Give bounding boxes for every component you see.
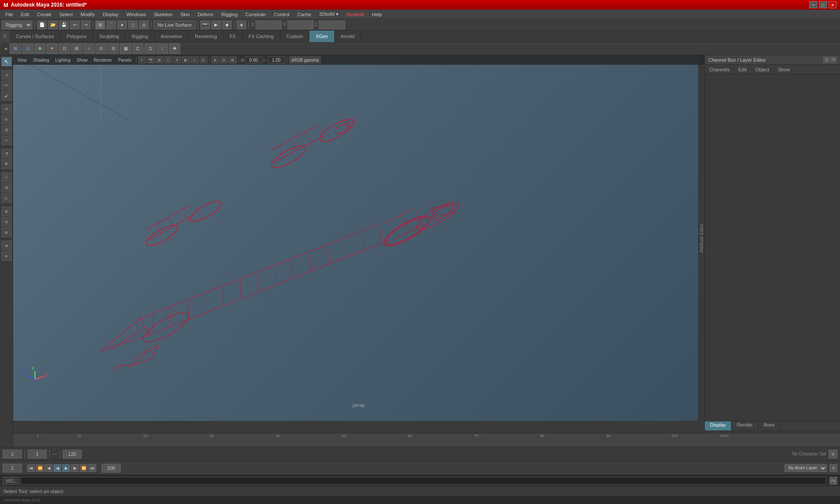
menu-redshift[interactable]: Redshift	[343, 11, 368, 18]
rotate-btn[interactable]: ↻	[1, 115, 12, 124]
anim-layer-btn[interactable]: ⚙	[830, 464, 837, 472]
snap-point-btn[interactable]: ●	[117, 21, 127, 29]
panel-settings-btn[interactable]: ⚙	[830, 57, 836, 63]
pb-anim-end[interactable]	[102, 464, 121, 472]
tab-show[interactable]: Show	[774, 65, 794, 74]
menu-select[interactable]: Select	[56, 11, 77, 18]
undo-btn[interactable]: ↩	[70, 21, 80, 29]
menu-skeleton[interactable]: Skeleton	[150, 11, 176, 18]
coord-z-field[interactable]	[319, 21, 345, 29]
menu-windows[interactable]: Windows	[123, 11, 150, 18]
python-btn[interactable]: Py	[830, 477, 837, 485]
vp-icon-select[interactable]: ↖	[138, 56, 146, 63]
tab-edit[interactable]: Edit	[734, 65, 751, 74]
side-btn-1[interactable]: ⊞	[1, 206, 12, 216]
selection-mask-btn[interactable]: ◈	[237, 21, 246, 29]
tab-sculpting[interactable]: Sculpting	[93, 31, 126, 42]
shelf-btn-6[interactable]: ⊞	[71, 43, 82, 54]
side-btn-5[interactable]: ⊕	[1, 251, 12, 261]
no-live-surface[interactable]: No Live Surface	[154, 21, 196, 29]
snap-surface-btn[interactable]: ◻	[128, 21, 138, 29]
vp-icon-xray[interactable]: ⊕	[211, 56, 219, 63]
vp-menu-panels[interactable]: Panels	[116, 57, 134, 63]
minimize-button[interactable]: ─	[809, 1, 817, 8]
shelf-btn-5[interactable]: ⊡	[59, 43, 70, 54]
tab-rigging[interactable]: Rigging	[126, 31, 154, 42]
vp-icon-camera[interactable]: 📷	[147, 56, 155, 63]
vp-menu-shading[interactable]: Shading	[31, 57, 52, 63]
frame-current[interactable]	[3, 450, 22, 458]
render-btn[interactable]: ▶	[211, 21, 221, 29]
viewport[interactable]: X Y Z View Shading Lighting Show Rendere…	[13, 55, 704, 421]
side-btn-4[interactable]: ◈	[1, 241, 12, 250]
tab-display[interactable]: Display	[705, 421, 732, 430]
save-btn[interactable]: 💾	[59, 21, 69, 29]
tab-rendering[interactable]: Rendering	[189, 31, 224, 42]
brush-btn[interactable]: 🖌	[1, 91, 12, 101]
pb-prev-key[interactable]: ⏪	[36, 464, 44, 472]
node-editor-btn[interactable]: ⬡	[1, 172, 12, 182]
new-btn[interactable]: 📄	[37, 21, 47, 29]
shelf-btn-9[interactable]: ⊟	[108, 43, 119, 54]
camera-btn[interactable]: 📷	[200, 21, 210, 29]
open-btn[interactable]: 📂	[48, 21, 58, 29]
side-btn-2[interactable]: ⊟	[1, 217, 12, 227]
soft-sel-btn[interactable]: ◔	[1, 149, 12, 158]
vp-frame-end[interactable]: 1.00	[268, 56, 285, 63]
menu-display[interactable]: Display	[99, 11, 122, 18]
move-btn[interactable]: ✛	[1, 104, 12, 114]
maximize-button[interactable]: □	[819, 1, 827, 8]
pb-fwd-end[interactable]: ⏭	[88, 464, 96, 472]
vp-icon-shadow[interactable]: ◐	[182, 56, 190, 63]
mel-input[interactable]	[21, 477, 826, 485]
menu-edit[interactable]: Edit	[18, 11, 33, 18]
vp-menu-show[interactable]: Show	[74, 57, 90, 63]
shelf-toggle[interactable]: ◀	[2, 43, 9, 54]
timeline-inner[interactable]: 1 10 20 30 40 50 60 70 80 90 100 1045	[13, 434, 840, 447]
tab-menu-btn[interactable]: ☰	[0, 31, 10, 42]
side-btn-3[interactable]: ⊠	[1, 228, 12, 237]
pb-play-back[interactable]: ◀	[53, 464, 61, 472]
menu-modify[interactable]: Modify	[77, 11, 98, 18]
frame-range-end[interactable]	[63, 450, 82, 458]
shelf-btn-10[interactable]: ▦	[120, 43, 131, 54]
title-bar-controls[interactable]: ─ □ ✕	[809, 1, 836, 8]
vp-icon-wire[interactable]: ⬡	[164, 56, 172, 63]
vp-menu-view[interactable]: View	[15, 57, 30, 63]
menu-create[interactable]: Create	[34, 11, 55, 18]
tab-object[interactable]: Object	[751, 65, 774, 74]
render-settings-btn[interactable]: ⚙	[1, 183, 12, 192]
vp-frame-start[interactable]: 0.00	[245, 56, 262, 63]
redo-btn[interactable]: ↪	[81, 21, 91, 29]
vp-icon-grid[interactable]: ⊞	[156, 56, 164, 63]
tab-channels[interactable]: Channels	[705, 65, 734, 74]
shelf-btn-13[interactable]: ↕	[157, 43, 168, 54]
menu-rigging[interactable]: Rigging	[218, 11, 241, 18]
scale-btn[interactable]: ⊞	[1, 125, 12, 135]
pb-next-key[interactable]: ⏩	[80, 464, 88, 472]
render-view-btn[interactable]: ▷	[1, 193, 12, 203]
shelf-btn-7[interactable]: ⌾	[83, 43, 94, 54]
tab-xgen[interactable]: XGen	[309, 31, 334, 42]
menu-help[interactable]: Help	[368, 11, 385, 18]
vp-menu-lighting[interactable]: Lighting	[52, 57, 73, 63]
vp-icon-hud[interactable]: ⊡	[200, 56, 207, 63]
shelf-btn-12[interactable]: ⊐	[144, 43, 156, 54]
ipr-btn[interactable]: ◆	[222, 21, 232, 29]
tab-render[interactable]: Render	[732, 421, 758, 430]
frame-range-start[interactable]	[28, 450, 47, 458]
menu-control[interactable]: Control	[270, 11, 293, 18]
shelf-btn-8[interactable]: ⊙	[95, 43, 107, 54]
paint-btn[interactable]: ✏	[1, 80, 12, 90]
tab-fx-caching[interactable]: FX Caching	[242, 31, 280, 42]
tab-polygons[interactable]: Polygons	[60, 31, 93, 42]
menu-3dtall[interactable]: 3DtoAll ▾	[315, 10, 342, 18]
tab-arnold[interactable]: Arnold	[335, 31, 361, 42]
shelf-btn-11[interactable]: ⊏	[132, 43, 144, 54]
tab-animation[interactable]: Animation	[154, 31, 189, 42]
mode-dropdown[interactable]: Rigging	[2, 21, 32, 29]
shelf-btn-4[interactable]: ✦	[46, 43, 58, 54]
menu-file[interactable]: File	[2, 11, 17, 18]
universal-btn[interactable]: ⌖	[1, 136, 12, 145]
vp-icon-render[interactable]: ▷	[191, 56, 199, 63]
